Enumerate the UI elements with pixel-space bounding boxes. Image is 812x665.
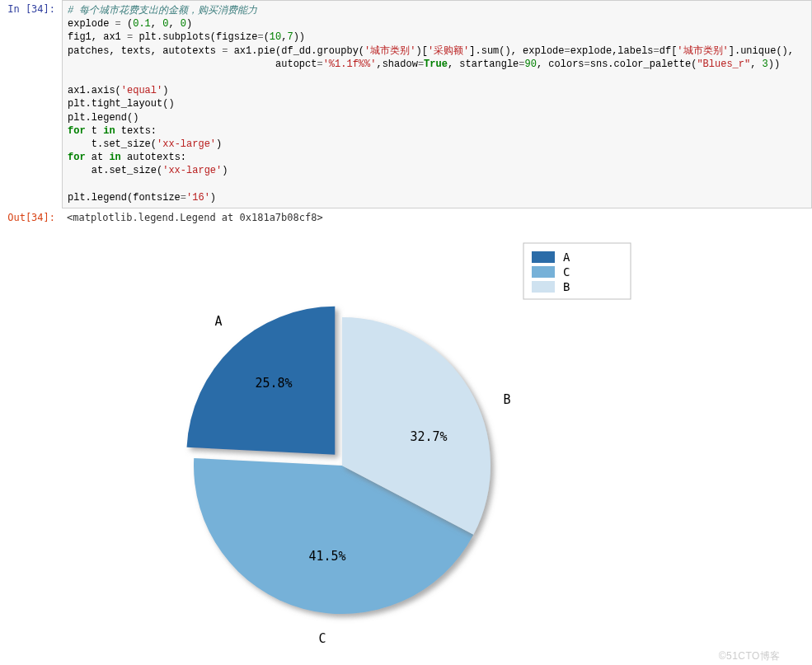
label-b: B xyxy=(503,392,510,407)
pct-c: 41.5% xyxy=(308,549,345,564)
code-comment: # 每个城市花费支出的金额，购买消费能力 xyxy=(68,5,257,16)
pct-b: 32.7% xyxy=(410,429,447,444)
label-c: C xyxy=(318,631,326,646)
legend-swatch-a xyxy=(532,251,555,263)
chart-legend: A C B xyxy=(523,243,631,299)
pct-a: 25.8% xyxy=(255,376,292,391)
code-editor[interactable]: # 每个城市花费支出的金额，购买消费能力 explode = (0.1, 0, … xyxy=(62,0,812,208)
output-text: <matplotlib.legend.Legend at 0x181a7b08c… xyxy=(62,208,812,227)
legend-label-a: A xyxy=(563,251,570,264)
legend-label-c: C xyxy=(563,265,570,279)
input-cell: In [34]: # 每个城市花费支出的金额，购买消费能力 explode = … xyxy=(0,0,812,208)
out-prompt: Out[34]: xyxy=(0,208,62,227)
in-prompt: In [34]: xyxy=(0,0,62,208)
legend-label-b: B xyxy=(563,280,570,293)
legend-swatch-b xyxy=(532,281,555,293)
label-a: A xyxy=(214,314,222,329)
output-cell: Out[34]: <matplotlib.legend.Legend at 0x… xyxy=(0,208,812,227)
pie-chart: 25.8% 41.5% 32.7% A C B A C B xyxy=(62,235,655,663)
chart-output: 25.8% 41.5% 32.7% A C B A C B xyxy=(62,227,812,665)
legend-swatch-c xyxy=(532,266,555,278)
